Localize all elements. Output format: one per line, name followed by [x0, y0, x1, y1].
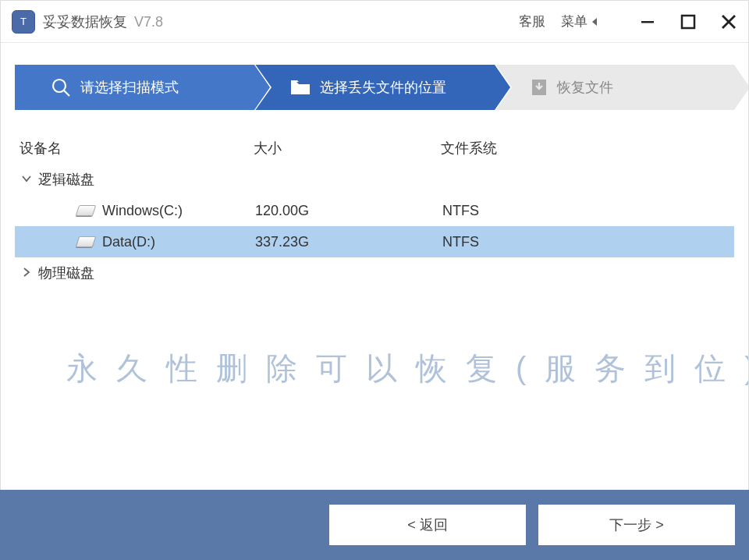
- minimize-button[interactable]: [639, 13, 656, 30]
- header-size: 大小: [254, 139, 441, 158]
- maximize-icon: [680, 14, 696, 30]
- svg-rect-1: [682, 16, 694, 28]
- drive-name: Windows(C:): [102, 203, 183, 219]
- table-header: 设备名 大小 文件系统: [15, 132, 734, 164]
- svg-line-3: [64, 90, 69, 96]
- chevron-down-icon: [21, 172, 34, 188]
- step-scan-mode[interactable]: 请选择扫描模式: [15, 65, 254, 110]
- app-version: V7.8: [134, 14, 163, 30]
- drive-fs: NTFS: [442, 234, 734, 250]
- back-button[interactable]: < 返回: [329, 505, 526, 545]
- title-bar: T 妥妥数据恢复 V7.8 客服 菜单: [1, 1, 748, 43]
- step-label: 请选择扫描模式: [80, 78, 179, 97]
- drive-row-c[interactable]: Windows(C:) 120.00G NTFS: [15, 195, 734, 226]
- menu-link[interactable]: 菜单: [561, 12, 600, 30]
- group-label: 逻辑磁盘: [38, 170, 94, 189]
- device-table: 设备名 大小 文件系统 逻辑磁盘 Windows(C:) 120.00G NTF…: [1, 132, 748, 289]
- drive-icon: [76, 205, 97, 216]
- close-button[interactable]: [720, 13, 737, 30]
- drive-fs: NTFS: [442, 203, 734, 219]
- step-label: 选择丢失文件的位置: [320, 78, 446, 97]
- folder-icon: [290, 79, 311, 96]
- support-link[interactable]: 客服: [519, 12, 545, 30]
- group-label: 物理磁盘: [38, 264, 94, 282]
- close-icon: [720, 13, 737, 30]
- header-name: 设备名: [20, 139, 254, 158]
- download-icon: [531, 79, 548, 96]
- svg-rect-0: [641, 21, 654, 23]
- step-label: 恢复文件: [557, 78, 613, 97]
- app-title: 妥妥数据恢复 V7.8: [43, 12, 163, 31]
- footer: < 返回 下一步 >: [0, 490, 749, 560]
- step-select-location[interactable]: 选择丢失文件的位置: [254, 65, 494, 110]
- search-icon: [51, 77, 71, 97]
- group-logical-disks[interactable]: 逻辑磁盘: [15, 164, 734, 195]
- next-button[interactable]: 下一步 >: [538, 505, 735, 545]
- watermark-text: 永久性删除可以恢复(服务到位)恢复: [66, 347, 749, 390]
- group-physical-disks[interactable]: 物理磁盘: [15, 257, 734, 289]
- drive-icon: [76, 236, 97, 247]
- app-logo-icon: T: [12, 10, 35, 34]
- drive-name: Data(D:): [102, 234, 155, 250]
- chevron-right-icon: [21, 265, 34, 282]
- app-name: 妥妥数据恢复: [43, 14, 127, 30]
- svg-point-2: [53, 80, 66, 92]
- minimize-icon: [640, 14, 655, 30]
- menu-label: 菜单: [561, 12, 587, 30]
- maximize-button[interactable]: [680, 13, 697, 30]
- drive-size: 337.23G: [255, 234, 442, 250]
- title-actions: 客服 菜单: [519, 12, 737, 30]
- step-recover: 恢复文件: [495, 65, 734, 110]
- triangle-left-icon: [591, 17, 600, 27]
- stepper: 请选择扫描模式 选择丢失文件的位置 恢复文件: [1, 43, 748, 110]
- drive-row-d[interactable]: Data(D:) 337.23G NTFS: [15, 226, 734, 257]
- drive-size: 120.00G: [255, 203, 442, 219]
- header-fs: 文件系统: [441, 139, 729, 158]
